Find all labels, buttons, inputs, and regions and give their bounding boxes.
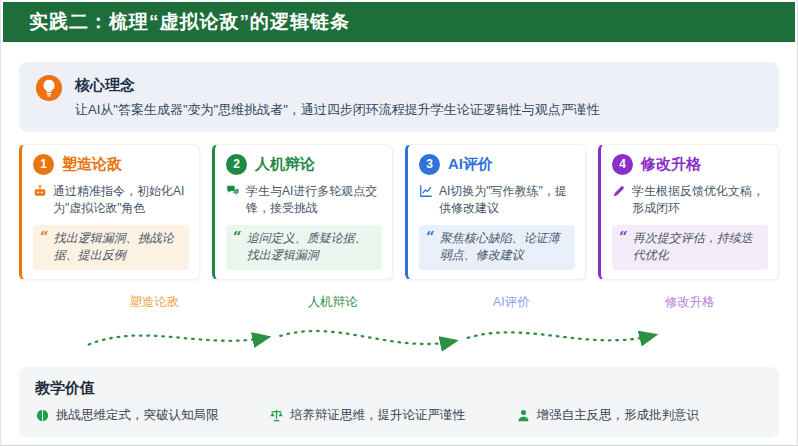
- step-quote: 追问定义、质疑论据、找出逻辑漏洞: [247, 230, 375, 265]
- step-title: AI评价: [448, 155, 493, 174]
- step-number-badge: 2: [226, 154, 247, 175]
- step-card-3: 3 AI评价 AI切换为"写作教练"，提供修改建议 “ 聚焦核心缺陷、论证薄弱点…: [405, 144, 586, 280]
- step-quote-box: “ 聚焦核心缺陷、论证薄弱点、修改建议: [419, 225, 575, 270]
- brain-icon: [35, 408, 50, 423]
- value-text: 增强自主反思，形成批判意识: [537, 407, 700, 424]
- chat-bubbles-icon: [226, 184, 240, 217]
- step-description: 学生与AI进行多轮观点交锋，接受挑战: [246, 183, 382, 217]
- step-quote-box: “ 追问定义、质疑论据、找出逻辑漏洞: [226, 225, 382, 270]
- core-concept-title: 核心理念: [75, 76, 600, 95]
- pen-icon: [612, 184, 626, 217]
- quote-icon: “: [40, 230, 49, 265]
- flow-label-step3: AI评价: [422, 294, 601, 311]
- core-concept-text: 核心理念 让AI从"答案生成器"变为"思维挑战者"，通过四步闭环流程提升学生论证…: [75, 74, 600, 120]
- chart-line-icon: [419, 184, 433, 217]
- teaching-value-row: 挑战思维定式，突破认知局限 培养辩证思维，提升论证严谨性 增强自主反思，形成批判…: [35, 407, 763, 424]
- step-card-header: 3 AI评价: [419, 154, 575, 175]
- step-number-badge: 3: [419, 154, 440, 175]
- step-description-row: AI切换为"写作教练"，提供修改建议: [419, 183, 575, 217]
- flow-dashed-arrows: [19, 313, 779, 355]
- step-quote: 再次提交评估，持续迭代优化: [633, 230, 761, 265]
- quote-icon: “: [619, 230, 628, 265]
- step-description-row: 学生根据反馈优化文稿，形成闭环: [612, 183, 768, 217]
- step-card-header: 1 塑造论敌: [33, 154, 189, 175]
- value-text: 挑战思维定式，突破认知局限: [56, 407, 219, 424]
- robot-icon: [33, 184, 47, 217]
- step-description-row: 学生与AI进行多轮观点交锋，接受挑战: [226, 183, 382, 217]
- steps-row: 1 塑造论敌 通过精准指令，初始化AI为"虚拟论敌"角色 “ 找出逻辑漏洞、挑战…: [19, 144, 779, 280]
- step-quote-box: “ 再次提交评估，持续迭代优化: [612, 225, 768, 270]
- flow-label-step1: 塑造论敌: [65, 294, 244, 311]
- value-text: 培养辩证思维，提升论证严谨性: [290, 407, 465, 424]
- teaching-value-title: 教学价值: [35, 379, 763, 398]
- step-title: 修改升格: [641, 155, 701, 174]
- page-title: 实践二：梳理“虚拟论敌”的逻辑链条: [29, 9, 350, 35]
- slide: 实践二：梳理“虚拟论敌”的逻辑链条 核心理念 让AI从"答案生成器"变为"思维挑…: [0, 0, 798, 446]
- core-concept-description: 让AI从"答案生成器"变为"思维挑战者"，通过四步闭环流程提升学生论证逻辑性与观…: [75, 101, 600, 120]
- step-title: 塑造论敌: [62, 155, 122, 174]
- quote-icon: “: [426, 230, 435, 265]
- slide-header: 实践二：梳理“虚拟论敌”的逻辑链条: [3, 2, 795, 42]
- scales-icon: [269, 408, 284, 423]
- step-number-badge: 4: [612, 154, 633, 175]
- flow-label-step2: 人机辩论: [244, 294, 423, 311]
- flow-labels: 塑造论敌 人机辩论 AI评价 修改升格: [19, 294, 779, 311]
- quote-icon: “: [233, 230, 242, 265]
- step-card-header: 2 人机辩论: [226, 154, 382, 175]
- step-title: 人机辩论: [255, 155, 315, 174]
- step-card-header: 4 修改升格: [612, 154, 768, 175]
- step-card-4: 4 修改升格 学生根据反馈优化文稿，形成闭环 “ 再次提交评估，持续迭代优化: [598, 144, 779, 280]
- process-flow: 塑造论敌 人机辩论 AI评价 修改升格: [19, 294, 779, 355]
- teaching-value-panel: 教学价值 挑战思维定式，突破认知局限 培养辩证思维，提升论证严谨性: [19, 367, 779, 438]
- step-card-2: 2 人机辩论 学生与AI进行多轮观点交锋，接受挑战 “ 追问定义、质疑论据、找出…: [212, 144, 393, 280]
- lightbulb-icon: [35, 74, 63, 102]
- step-number-badge: 1: [33, 154, 54, 175]
- core-concept-panel: 核心理念 让AI从"答案生成器"变为"思维挑战者"，通过四步闭环流程提升学生论证…: [19, 62, 779, 132]
- step-description: 学生根据反馈优化文稿，形成闭环: [632, 183, 768, 217]
- value-item-2: 培养辩证思维，提升论证严谨性: [269, 407, 465, 424]
- step-card-1: 1 塑造论敌 通过精准指令，初始化AI为"虚拟论敌"角色 “ 找出逻辑漏洞、挑战…: [19, 144, 200, 280]
- value-item-1: 挑战思维定式，突破认知局限: [35, 407, 219, 424]
- step-quote-box: “ 找出逻辑漏洞、挑战论据、提出反例: [33, 225, 189, 270]
- value-item-3: 增强自主反思，形成批判意识: [516, 407, 700, 424]
- step-description: 通过精准指令，初始化AI为"虚拟论敌"角色: [53, 183, 189, 217]
- step-description: AI切换为"写作教练"，提供修改建议: [439, 183, 575, 217]
- step-quote: 聚焦核心缺陷、论证薄弱点、修改建议: [440, 230, 568, 265]
- flow-label-step4: 修改升格: [601, 294, 780, 311]
- person-icon: [516, 408, 531, 423]
- step-description-row: 通过精准指令，初始化AI为"虚拟论敌"角色: [33, 183, 189, 217]
- step-quote: 找出逻辑漏洞、挑战论据、提出反例: [54, 230, 182, 265]
